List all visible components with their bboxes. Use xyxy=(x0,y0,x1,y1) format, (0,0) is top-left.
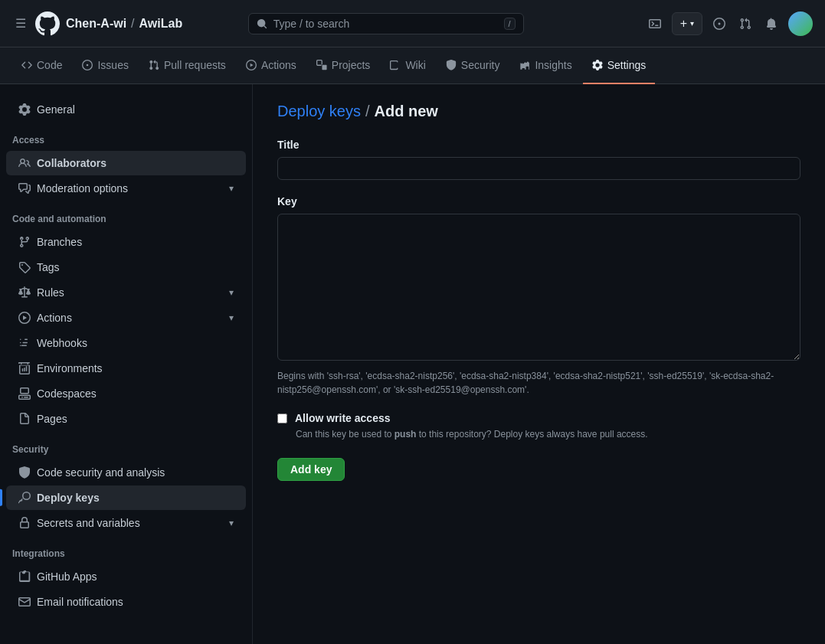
tab-security[interactable]: Security xyxy=(437,47,509,84)
write-desc-prefix: Can this key be used to xyxy=(296,429,391,440)
sidebar-item-actions[interactable]: Actions ▾ xyxy=(6,306,246,330)
moderation-chevron-icon: ▾ xyxy=(229,183,234,194)
sidebar-item-rules[interactable]: Rules ▾ xyxy=(6,280,246,305)
sidebar-rules-label: Rules xyxy=(37,286,64,299)
breadcrumb-link[interactable]: Deploy keys xyxy=(277,103,361,120)
add-key-button[interactable]: Add key xyxy=(277,458,345,481)
breadcrumb: Deploy keys / Add new xyxy=(277,103,800,120)
sidebar-item-moderation[interactable]: Moderation options ▾ xyxy=(6,176,246,201)
tab-wiki[interactable]: Wiki xyxy=(381,47,434,84)
sidebar-item-code-security[interactable]: Code security and analysis xyxy=(6,460,246,485)
environment-icon xyxy=(18,362,31,374)
sidebar-secrets-label: Secrets and variables xyxy=(37,517,140,529)
rules-chevron-icon: ▾ xyxy=(229,287,234,298)
sidebar-item-codespaces[interactable]: Codespaces xyxy=(6,381,246,406)
lock-icon xyxy=(18,517,31,529)
sidebar-branches-label: Branches xyxy=(37,236,82,248)
repo-separator: / xyxy=(131,17,134,31)
sidebar-item-secrets[interactable]: Secrets and variables ▾ xyxy=(6,511,246,535)
sidebar-item-environments[interactable]: Environments xyxy=(6,356,246,381)
pr-icon[interactable] xyxy=(736,15,755,33)
allow-write-checkbox[interactable] xyxy=(277,414,287,423)
top-navbar: ☰ Chen-A-wi / AwiLab Type / to search / … xyxy=(0,0,825,47)
tab-insights[interactable]: Insights xyxy=(510,47,581,84)
settings-icon xyxy=(592,60,603,70)
sidebar-pages-label: Pages xyxy=(37,413,67,425)
avatar[interactable] xyxy=(788,11,813,36)
sidebar-item-deploy-keys[interactable]: Deploy keys xyxy=(6,485,246,510)
notification-icon[interactable] xyxy=(762,15,781,33)
tab-wiki-label: Wiki xyxy=(405,59,425,71)
sidebar-moderation-label: Moderation options xyxy=(37,182,128,195)
repo-tabs: Code Issues Pull requests Actions Projec… xyxy=(0,47,825,84)
tag-icon xyxy=(18,261,31,273)
sidebar-item-webhooks[interactable]: Webhooks xyxy=(6,331,246,355)
sidebar-item-collaborators[interactable]: Collaborators xyxy=(6,151,246,175)
tab-actions[interactable]: Actions xyxy=(237,47,306,84)
search-placeholder: Type / to search xyxy=(273,18,350,30)
tab-pull-requests[interactable]: Pull requests xyxy=(139,47,235,84)
key-textarea[interactable] xyxy=(277,214,800,361)
sidebar-github-apps-label: GitHub Apps xyxy=(37,570,97,583)
pages-icon xyxy=(18,413,31,425)
key-group: Key Begins with 'ssh-rsa', 'ecdsa-sha2-n… xyxy=(277,195,800,397)
app-icon xyxy=(18,570,31,583)
shield-icon xyxy=(18,466,31,479)
main-layout: General Access Collaborators Moderation … xyxy=(0,84,825,644)
sidebar-actions-label: Actions xyxy=(37,312,72,324)
sidebar-tags-label: Tags xyxy=(37,261,60,273)
write-access-group: Allow write access Can this key be used … xyxy=(277,412,800,440)
key-icon xyxy=(18,492,31,504)
sidebar-item-branches[interactable]: Branches xyxy=(6,230,246,254)
main-content: Deploy keys / Add new Title Key Begins w… xyxy=(253,84,825,644)
rules-icon xyxy=(18,286,31,299)
integrations-section-label: Integrations xyxy=(0,536,252,564)
tab-insights-label: Insights xyxy=(535,59,571,71)
nav-left: ☰ Chen-A-wi / AwiLab xyxy=(12,11,182,36)
terminal-icon[interactable] xyxy=(646,15,664,33)
sidebar: General Access Collaborators Moderation … xyxy=(0,84,253,644)
sidebar-code-security-label: Code security and analysis xyxy=(37,466,165,479)
tab-code[interactable]: Code xyxy=(12,47,71,84)
actions-chevron-icon: ▾ xyxy=(229,312,234,323)
projects-icon xyxy=(316,60,327,70)
code-icon xyxy=(21,60,32,70)
sidebar-item-pages[interactable]: Pages xyxy=(6,407,246,431)
tab-settings[interactable]: Settings xyxy=(583,47,656,84)
add-button[interactable]: + ▾ xyxy=(672,12,702,35)
mail-icon xyxy=(18,596,31,608)
secrets-chevron-icon: ▾ xyxy=(229,518,234,528)
sidebar-item-github-apps[interactable]: GitHub Apps xyxy=(6,564,246,589)
sidebar-item-general[interactable]: General xyxy=(6,97,246,122)
tab-projects-label: Projects xyxy=(332,59,371,71)
github-logo xyxy=(35,11,60,36)
allow-write-label[interactable]: Allow write access xyxy=(295,412,391,424)
write-desc-push: push xyxy=(394,429,419,440)
allow-write-row: Allow write access xyxy=(277,412,800,424)
repo-name[interactable]: AwiLab xyxy=(139,17,183,31)
sidebar-item-tags[interactable]: Tags xyxy=(6,255,246,280)
people-icon xyxy=(18,157,31,169)
title-input[interactable] xyxy=(277,157,800,180)
tab-pr-label: Pull requests xyxy=(164,59,226,71)
repo-owner[interactable]: Chen-A-wi xyxy=(66,17,126,31)
comment-icon xyxy=(18,182,31,195)
sidebar-environments-label: Environments xyxy=(37,362,103,374)
tab-settings-label: Settings xyxy=(607,59,647,71)
sidebar-collaborators-label: Collaborators xyxy=(37,157,106,169)
sidebar-codespaces-label: Codespaces xyxy=(37,387,97,400)
actions-tab-icon xyxy=(246,60,257,70)
sidebar-webhooks-label: Webhooks xyxy=(37,337,87,349)
breadcrumb-current: Add new xyxy=(375,103,438,120)
code-auto-section-label: Code and automation xyxy=(0,201,252,229)
issue-icon[interactable] xyxy=(710,15,728,33)
tab-issues[interactable]: Issues xyxy=(73,47,137,84)
tab-projects[interactable]: Projects xyxy=(307,47,380,84)
pr-tab-icon xyxy=(149,60,159,70)
hamburger-icon[interactable]: ☰ xyxy=(12,13,29,34)
sidebar-item-email-notifications[interactable]: Email notifications xyxy=(6,590,246,614)
search-bar[interactable]: Type / to search / xyxy=(248,13,524,34)
security-tab-icon xyxy=(446,60,457,70)
tab-issues-label: Issues xyxy=(97,59,128,71)
add-icon: + xyxy=(680,17,687,31)
